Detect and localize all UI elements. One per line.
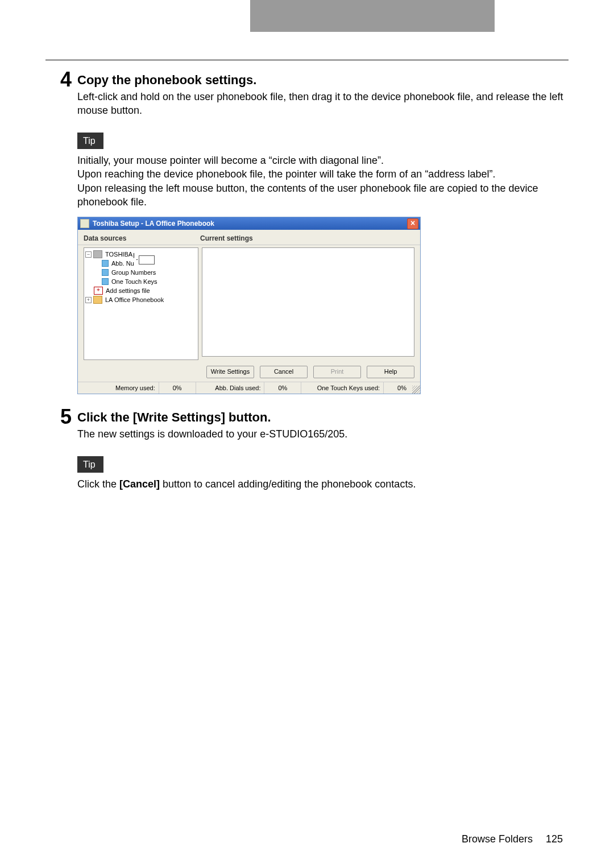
help-button[interactable]: Help (367, 366, 414, 378)
tip-cancel-bold: [Cancel] (119, 478, 160, 490)
add-file-icon (94, 287, 103, 295)
close-icon[interactable]: × (407, 218, 418, 229)
tree-expand-icon[interactable]: + (85, 297, 92, 303)
tree-otk[interactable]: One Touch Keys (110, 278, 157, 285)
step-4-tip-line3: Upon releasing the left mouse button, th… (77, 181, 569, 209)
page-footer: Browse Folders 125 (462, 833, 563, 845)
step-number-5: 5 (45, 407, 77, 427)
leaf-icon (102, 278, 109, 285)
leaf-icon (102, 260, 109, 267)
memory-used-label: Memory used: (78, 382, 159, 394)
abb-dials-value: 0% (264, 382, 301, 394)
phonebook-window: Toshiba Setup - LA Office Phonebook × Da… (77, 217, 421, 394)
leaf-icon (102, 269, 109, 276)
step-4-tip-line2: Upon reaching the device phonebook file,… (77, 167, 569, 181)
tip-text-part: button to cancel adding/editing the phon… (160, 478, 416, 490)
window-title-text: Toshiba Setup - LA Office Phonebook (93, 220, 214, 228)
horizontal-rule (45, 60, 569, 60)
step-5-title: Click the [Write Settings] button. (77, 410, 569, 425)
pane-headers: Data sources Current settings (78, 230, 420, 245)
abb-dials-label: Abb. Dials used: (196, 382, 265, 394)
tree-folder[interactable]: LA Office Phonebook (104, 296, 164, 303)
step-4-title: Copy the phonebook settings. (77, 73, 569, 88)
step-4: 4 Copy the phonebook settings. Left-clic… (45, 72, 569, 118)
tip-label: Tip (77, 456, 103, 473)
tree-add[interactable]: Add settings file (105, 287, 150, 294)
footer-section: Browse Folders (462, 833, 533, 845)
current-settings-pane (202, 247, 414, 357)
folder-icon (93, 296, 102, 304)
tree-collapse-icon[interactable]: − (85, 251, 92, 258)
footer-page-number: 125 (546, 833, 563, 845)
step-5: 5 Click the [Write Settings] button. The… (45, 409, 569, 441)
step-5-text: The new settings is downloaded to your e… (77, 427, 569, 441)
header-tab-strip (0, 0, 614, 34)
resize-grip-icon[interactable] (412, 386, 420, 394)
header-gray-block (250, 0, 495, 32)
cancel-button[interactable]: Cancel (260, 366, 308, 378)
tip-label: Tip (77, 133, 103, 150)
step-4-text: Left-click and hold on the user phoneboo… (77, 90, 569, 118)
status-bar: Memory used: 0% Abb. Dials used: 0% One … (78, 382, 420, 394)
data-sources-tree[interactable]: − TOSHIBA Abb. Nu Group Numbers One Touc… (84, 247, 198, 360)
current-settings-header: Current settings (200, 234, 253, 242)
device-icon (93, 250, 102, 258)
memory-used-value: 0% (159, 382, 196, 394)
otk-used-label: One Touch Keys used: (301, 382, 384, 394)
tree-group[interactable]: Group Numbers (110, 269, 156, 276)
tree-root[interactable]: TOSHIBA (104, 251, 132, 258)
write-settings-button[interactable]: Write Settings (206, 366, 254, 378)
step-5-tip-line1: Click the [Cancel] button to cancel addi… (77, 477, 569, 491)
window-titlebar: Toshiba Setup - LA Office Phonebook × (78, 217, 420, 230)
print-button: Print (313, 366, 361, 378)
button-row: Write Settings Cancel Print Help (78, 363, 420, 382)
step-4-tip-line1: Initially, your mouse pointer will becom… (77, 154, 569, 167)
tree-abb[interactable]: Abb. Nu (110, 260, 134, 267)
window-app-icon (80, 219, 89, 228)
data-sources-header: Data sources (84, 234, 200, 242)
tip-text-part: Click the (77, 478, 119, 490)
step-number-4: 4 (45, 69, 77, 90)
